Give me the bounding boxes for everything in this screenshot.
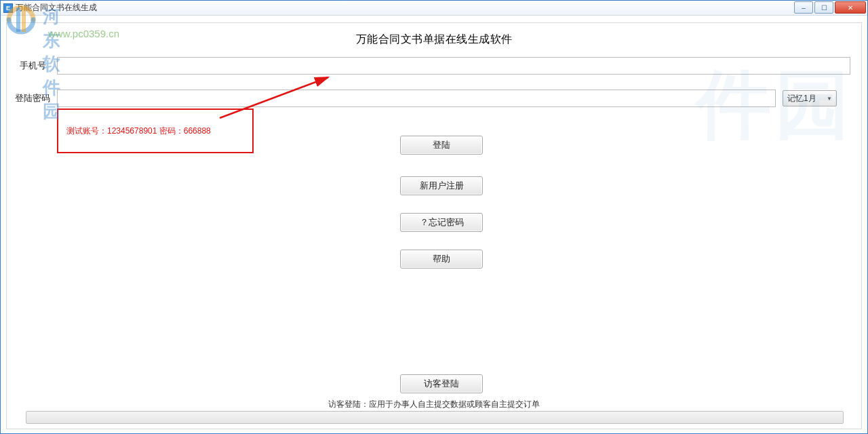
guest-login-button[interactable]: 访客登陆 xyxy=(400,374,483,393)
password-input[interactable] xyxy=(57,90,776,107)
page-title: 万能合同文书单据在线生成软件 xyxy=(7,23,861,47)
minimize-button[interactable]: – xyxy=(794,1,813,14)
app-window: E 万能合同文书在线生成 – ☐ ✕ 万能合同文书单据在线生成软件 手机号 登陆… xyxy=(0,0,868,434)
window-title: 万能合同文书在线生成 xyxy=(16,2,97,14)
progress-bar xyxy=(26,411,844,424)
password-label: 登陆密码 xyxy=(12,92,53,104)
remember-selected-value: 记忆1月 xyxy=(787,93,816,104)
test-credentials-box: 测试账号：12345678901 密码：666888 xyxy=(57,108,254,153)
phone-input[interactable] xyxy=(57,57,850,75)
forgot-password-button[interactable]: ？忘记密码 xyxy=(400,213,483,232)
password-row: 登陆密码 记忆1月 ▼ xyxy=(12,90,857,107)
maximize-button[interactable]: ☐ xyxy=(814,1,833,14)
test-credentials-text: 测试账号：12345678901 密码：666888 xyxy=(66,125,211,137)
remember-select[interactable]: 记忆1月 ▼ xyxy=(783,90,837,106)
chevron-down-icon: ▼ xyxy=(827,96,832,102)
window-controls: – ☐ ✕ xyxy=(794,1,866,14)
register-button[interactable]: 新用户注册 xyxy=(400,176,483,195)
login-button[interactable]: 登陆 xyxy=(400,136,483,155)
phone-row: 手机号 xyxy=(12,57,857,75)
app-icon: E xyxy=(3,3,13,13)
close-button[interactable]: ✕ xyxy=(835,1,866,14)
footer-note: 访客登陆：应用于办事人自主提交数据或顾客自主提交订单 xyxy=(7,399,861,410)
phone-label: 手机号 xyxy=(12,60,53,72)
titlebar: E 万能合同文书在线生成 – ☐ ✕ xyxy=(1,1,867,16)
help-button[interactable]: 帮助 xyxy=(400,250,483,269)
content-frame: 万能合同文书单据在线生成软件 手机号 登陆密码 记忆1月 ▼ 测试账号：1234… xyxy=(6,22,862,429)
